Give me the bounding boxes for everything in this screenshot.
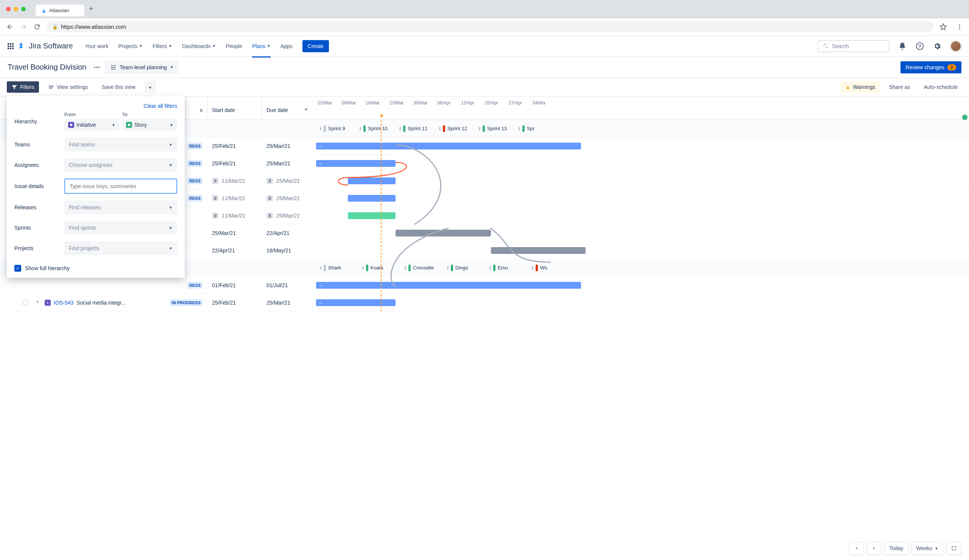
releases-input[interactable]: Find releases▼	[64, 201, 177, 214]
sprint-label[interactable]: Sprint 10	[360, 125, 388, 132]
sprint-label[interactable]: Sprint 12	[439, 125, 467, 132]
timeline-cell[interactable]	[316, 242, 969, 259]
status-chip[interactable]: RESS	[187, 282, 203, 289]
start-date-cell[interactable]: 01/Feb/21	[207, 282, 261, 288]
projects-input[interactable]: Find projects▼	[64, 241, 177, 255]
due-date-cell[interactable]: 22/Apr/21	[261, 230, 316, 236]
settings-icon[interactable]	[933, 42, 942, 51]
global-search[interactable]: Search	[817, 40, 889, 52]
gantt-bar[interactable]	[396, 230, 491, 236]
filters-button[interactable]: Filters	[7, 81, 39, 93]
jira-logo[interactable]: Jira Software	[17, 42, 73, 50]
status-chip[interactable]: IN PROGRESS	[170, 299, 203, 306]
timeline-cell[interactable]	[316, 189, 969, 207]
nav-plans[interactable]: Plans▼	[248, 40, 275, 52]
timeline-cell[interactable]: ←	[316, 155, 969, 172]
due-date-cell[interactable]: S25/Mar/21	[261, 195, 316, 201]
browser-menu-icon[interactable]	[956, 23, 963, 30]
review-changes-button[interactable]: Review changes 2	[901, 61, 961, 73]
auto-schedule-button[interactable]: Auto-schedule	[919, 81, 962, 93]
sprint-label[interactable]: Shark	[320, 264, 341, 271]
status-chip[interactable]: RESS	[187, 143, 203, 150]
due-date-cell[interactable]: S25/Mar/21	[261, 213, 316, 219]
reload-button[interactable]	[33, 23, 41, 31]
due-date-cell[interactable]: 25/Mar/21	[261, 160, 316, 166]
due-date-cell[interactable]: 25/Mar/21	[261, 300, 316, 306]
hierarchy-to-select[interactable]: Story ▼	[122, 119, 177, 131]
start-date-cell[interactable]: S11/Mar/21	[207, 178, 261, 184]
window-close[interactable]	[6, 7, 11, 12]
share-button[interactable]: Share as	[884, 81, 914, 93]
issue-key[interactable]: IOS-543	[54, 300, 73, 306]
due-date-cell[interactable]: 16/May/21	[261, 248, 316, 254]
notifications-icon[interactable]	[898, 42, 907, 51]
due-date-cell[interactable]: 25/Mar/21	[261, 143, 316, 149]
status-chip[interactable]: RESS	[187, 178, 203, 184]
gantt-bar[interactable]	[348, 195, 396, 202]
gantt-bar[interactable]	[348, 212, 396, 219]
more-actions-icon[interactable]	[93, 63, 101, 71]
due-date-cell[interactable]: S25/Mar/21	[261, 178, 316, 184]
start-date-cell[interactable]: 22/Apr/21	[207, 248, 261, 254]
nav-your-work[interactable]: Your work	[82, 40, 112, 52]
help-icon[interactable]: ?	[915, 42, 924, 51]
row-checkbox[interactable]	[23, 300, 28, 305]
show-full-hierarchy-checkbox[interactable]: ✓	[14, 265, 21, 272]
timeline-cell[interactable]: ←	[316, 294, 969, 311]
app-switcher-icon[interactable]	[8, 43, 13, 49]
zoom-level-select[interactable]: Weeks▼	[911, 542, 943, 555]
status-chip[interactable]: RESS	[187, 160, 203, 167]
new-tab-button[interactable]: +	[89, 5, 93, 13]
address-bar[interactable]: 🔒 https://www.atlassian.com	[47, 21, 933, 32]
sprints-input[interactable]: Find sprints▼	[64, 221, 177, 234]
collapse-columns-icon[interactable]	[303, 106, 309, 113]
start-date-cell[interactable]: S11/Mar/21	[207, 213, 261, 219]
nav-projects[interactable]: Projects▼	[114, 40, 146, 52]
save-view-button[interactable]: Save this view	[97, 81, 140, 93]
sprint-label[interactable]: Sprint 11	[400, 125, 427, 132]
view-settings-button[interactable]: View settings	[43, 81, 92, 93]
sprint-label[interactable]: Wo	[532, 264, 547, 271]
forward-button[interactable]	[20, 23, 27, 31]
create-button[interactable]: Create	[303, 40, 329, 52]
scroll-right-button[interactable]	[867, 542, 881, 555]
hierarchy-from-select[interactable]: Initiative ▼	[64, 119, 119, 131]
timeline-cell[interactable]: ←	[316, 137, 969, 155]
sprint-label[interactable]: Sprint 9	[320, 125, 345, 132]
gantt-bar[interactable]: ←	[316, 299, 396, 306]
gantt-bar[interactable]	[491, 247, 586, 254]
due-date-cell[interactable]: 01/Jul/21	[261, 282, 316, 288]
sprint-label[interactable]: Dingo	[447, 264, 468, 271]
timeline-cell[interactable]: ←	[316, 277, 969, 294]
gantt-bar[interactable]	[348, 178, 396, 184]
scroll-left-button[interactable]	[849, 542, 864, 555]
issue-details-input[interactable]	[64, 179, 177, 194]
window-maximize[interactable]	[21, 7, 26, 12]
start-date-cell[interactable]: 25/Feb/21	[207, 300, 261, 306]
back-button[interactable]	[6, 23, 13, 31]
start-date-cell[interactable]: 25/Feb/21	[207, 160, 261, 166]
sprint-label[interactable]: Sprint 13	[479, 125, 507, 132]
timeline-header[interactable]: 02/Mar09/Mar16/Mar23/Mar30/Mar06/Apr13/A…	[316, 96, 969, 120]
gantt-bar[interactable]: ←	[316, 160, 396, 167]
release-dot[interactable]	[962, 115, 967, 120]
fullscreen-button[interactable]	[946, 542, 961, 555]
roadmap-row[interactable]: RESS01/Feb/2101/Jul/21←	[0, 277, 969, 294]
sprint-label[interactable]: Spr	[519, 125, 534, 132]
gantt-bar[interactable]: ←	[316, 143, 581, 150]
bookmark-star-icon[interactable]	[939, 23, 947, 31]
planning-level-selector[interactable]: Team-level planning ▼	[105, 61, 178, 74]
user-avatar[interactable]	[950, 40, 961, 52]
save-view-dropdown[interactable]: ▼	[145, 81, 156, 93]
window-minimize[interactable]	[13, 7, 18, 12]
nav-people[interactable]: People	[222, 40, 246, 52]
browser-tab[interactable]: Atlassian	[36, 5, 85, 16]
timeline-cell[interactable]	[316, 224, 969, 242]
today-button[interactable]: Today	[884, 542, 908, 555]
sprint-label[interactable]: Emu	[489, 264, 508, 271]
gantt-bar[interactable]: ←	[316, 282, 581, 289]
teams-input[interactable]: Find teams▼	[64, 138, 177, 151]
expand-icon[interactable]	[35, 299, 40, 306]
start-date-cell[interactable]: 25/Mar/21	[207, 230, 261, 236]
sprint-label[interactable]: Crocodile	[405, 264, 434, 271]
